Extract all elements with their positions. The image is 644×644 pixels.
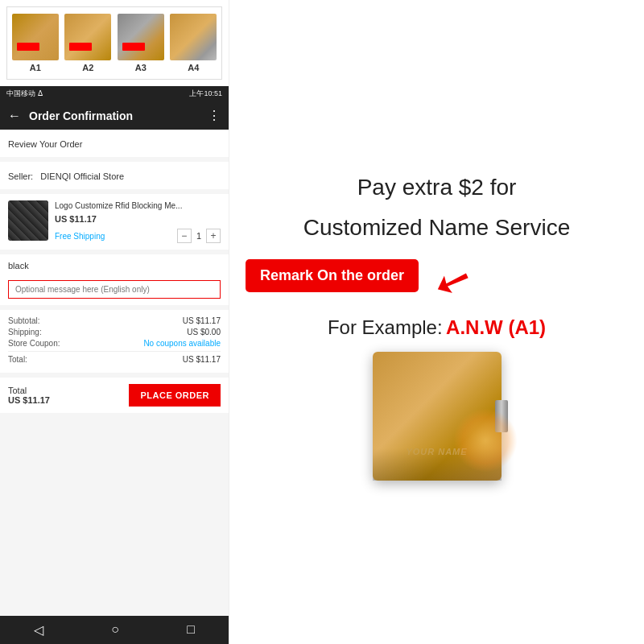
total-row: Total: US $11.17 (8, 355, 221, 364)
product-a3[interactable]: A3 (116, 14, 166, 72)
qty-controls: − 1 + (177, 229, 221, 243)
status-right: 上午10:51 (189, 89, 222, 99)
nav-bar: ◁ ○ □ (0, 616, 229, 644)
product-img-a2 (64, 14, 111, 60)
product-images-row: A1 A2 A3 A4 (6, 6, 222, 80)
review-title: Review Your Order (8, 139, 82, 149)
remark-badge: Remark On the order (246, 259, 419, 292)
pay-extra-line1: Pay extra $2 for (357, 171, 517, 203)
qty-value: 1 (196, 231, 201, 241)
total-label: Total: (8, 355, 27, 364)
example-value: A.N.W (A1) (446, 316, 546, 338)
total-footer-amount: US $11.17 (8, 395, 50, 405)
example-label: For Example: (328, 316, 443, 338)
product-section: Logo Customize Rfid Blocking Me... US $1… (0, 194, 229, 250)
remark-arrow-icon: ➘ (428, 254, 478, 308)
wallet-glow (453, 408, 518, 473)
review-section: Review Your Order (0, 130, 229, 157)
color-section: black (0, 254, 229, 277)
label-a1: A1 (30, 63, 41, 72)
product-thumbnail (8, 200, 48, 241)
coupon-value: No coupons available (143, 339, 221, 348)
coupon-label: Store Coupon: (8, 339, 60, 348)
phone-ui: 中国移动 ᐃ 上午10:51 ← Order Confirmation ⋮ Re… (0, 86, 229, 644)
seller-section: Seller: DIENQI Official Store (0, 162, 229, 189)
remark-annotation: Remark On the order ➘ (246, 259, 628, 303)
place-order-button[interactable]: PLACE ORDER (129, 384, 221, 407)
product-info: Logo Customize Rfid Blocking Me... US $1… (55, 200, 221, 243)
shipping-label: Shipping: (8, 328, 42, 336)
more-button[interactable]: ⋮ (208, 108, 221, 123)
label-a3: A3 (135, 63, 147, 72)
back-button[interactable]: ← (8, 109, 21, 123)
product-price: US $11.17 (55, 214, 221, 224)
product-img-a3 (118, 14, 164, 60)
product-thumb-img (8, 200, 48, 241)
header-title: Order Confirmation (29, 109, 200, 122)
free-shipping: Free Shipping (55, 232, 105, 241)
product-a1[interactable]: A1 (10, 14, 60, 72)
nav-recent[interactable]: □ (187, 622, 195, 638)
seller-text: Seller: DIENQI Official Store (8, 171, 124, 181)
total-info: Total US $11.17 (8, 386, 50, 405)
subtotal-label: Subtotal: (8, 316, 39, 325)
qty-decrease[interactable]: − (177, 229, 192, 243)
subtotal-value: US $11.17 (183, 316, 221, 325)
status-bar: 中国移动 ᐃ 上午10:51 (0, 86, 229, 101)
product-a2[interactable]: A2 (64, 14, 114, 72)
shipping-value: US $0.00 (187, 328, 221, 336)
total-section: Total US $11.17 PLACE ORDER (0, 378, 229, 413)
red-label-a1 (17, 43, 39, 51)
product-a4[interactable]: A4 (169, 14, 219, 72)
label-a2: A2 (82, 63, 93, 72)
red-label-a3 (122, 43, 145, 51)
coupon-row: Store Coupon: No coupons available (8, 339, 221, 348)
example-section: For Example: A.N.W (A1) (246, 316, 628, 339)
message-input[interactable] (8, 280, 221, 299)
status-left: 中国移动 ᐃ (6, 89, 43, 99)
right-top: Pay extra $2 for Customized Name Service… (246, 16, 628, 636)
total-value: US $11.17 (183, 355, 221, 364)
price-breakdown: Subtotal: US $11.17 Shipping: US $0.00 S… (0, 310, 229, 373)
wallet-showcase: YOUR NAME (373, 352, 502, 481)
order-content: Review Your Order Seller: DIENQI Officia… (0, 130, 229, 616)
total-footer-label: Total (8, 386, 50, 395)
price-divider (8, 351, 221, 352)
red-label-a2 (69, 43, 92, 51)
customized-service-text: Customized Name Service (303, 212, 570, 243)
nav-back[interactable]: ◁ (34, 622, 43, 638)
nav-home[interactable]: ○ (111, 622, 119, 638)
color-value: black (8, 261, 29, 270)
label-a4: A4 (188, 63, 199, 72)
shipping-row: Shipping: US $0.00 (8, 328, 221, 336)
subtotal-row: Subtotal: US $11.17 (8, 316, 221, 325)
wallet-container: YOUR NAME (373, 352, 502, 481)
seller-label: Seller: (8, 171, 33, 181)
right-panel: Pay extra $2 for Customized Name Service… (229, 0, 644, 644)
qty-increase[interactable]: + (206, 229, 221, 243)
product-img-a4 (170, 14, 217, 60)
left-panel: A1 A2 A3 A4 中国移动 ᐃ 上午10:51 ← Orde (0, 0, 229, 644)
product-row: Logo Customize Rfid Blocking Me... US $1… (8, 200, 221, 243)
message-section (0, 277, 229, 305)
product-img-a1 (12, 14, 59, 60)
seller-name: DIENQI Official Store (40, 171, 124, 181)
product-name: Logo Customize Rfid Blocking Me... (55, 200, 221, 211)
app-header: ← Order Confirmation ⋮ (0, 101, 229, 130)
product-controls: Free Shipping − 1 + (55, 229, 221, 243)
